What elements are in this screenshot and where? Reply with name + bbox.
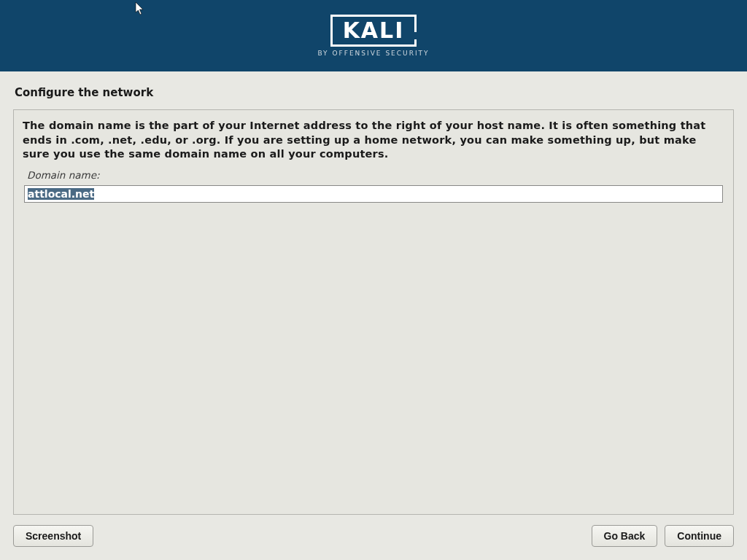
- installer-header: KALI BY OFFENSIVE SECURITY: [0, 0, 747, 71]
- mouse-cursor-icon: [135, 1, 147, 16]
- kali-logo-box: KALI: [330, 15, 417, 47]
- go-back-button[interactable]: Go Back: [592, 525, 658, 547]
- page-title: Configure the network: [15, 86, 734, 99]
- continue-button[interactable]: Continue: [665, 525, 734, 547]
- kali-logo-text: KALI: [343, 18, 405, 43]
- domain-name-value: attlocal.net: [28, 188, 94, 200]
- screenshot-button[interactable]: Screenshot: [13, 525, 93, 547]
- footer-bar: Screenshot Go Back Continue: [13, 515, 734, 560]
- footer-right-group: Go Back Continue: [592, 525, 734, 547]
- kali-logo: KALI BY OFFENSIVE SECURITY: [317, 15, 429, 57]
- installer-content: Configure the network The domain name is…: [0, 71, 747, 560]
- description-text: The domain name is the part of your Inte…: [23, 119, 724, 162]
- domain-name-input[interactable]: attlocal.net: [24, 185, 723, 203]
- kali-logo-subtitle: BY OFFENSIVE SECURITY: [317, 50, 429, 57]
- main-panel: The domain name is the part of your Inte…: [13, 109, 734, 515]
- domain-name-label: Domain name:: [27, 169, 724, 181]
